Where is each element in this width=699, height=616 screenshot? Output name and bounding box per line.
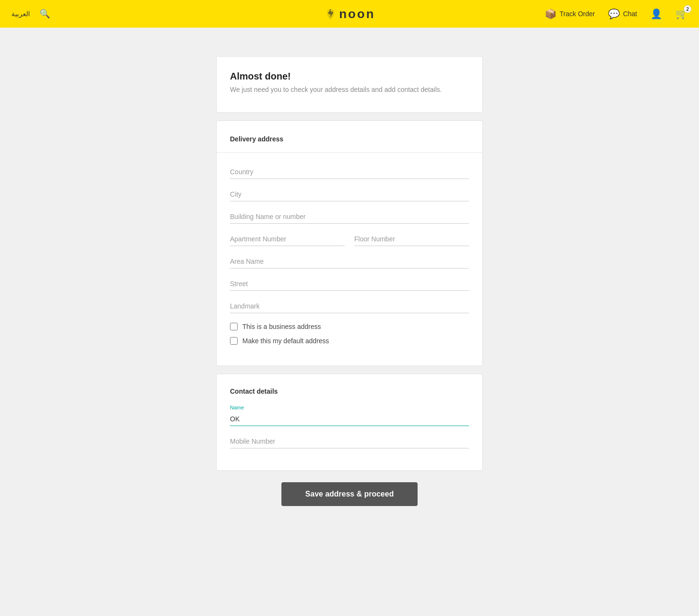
checkbox-group: This is a business address Make this my …: [230, 323, 469, 345]
site-logo[interactable]: noon: [324, 7, 375, 21]
chat-label: Chat: [623, 10, 637, 18]
cart-nav[interactable]: 🛒 2: [676, 8, 688, 20]
header-right: 📦 Track Order 💬 Chat 👤 🛒 2: [545, 8, 688, 20]
mobile-field: [230, 434, 469, 448]
track-order-nav[interactable]: 📦 Track Order: [545, 8, 595, 20]
country-field: [230, 164, 469, 179]
chat-icon: 💬: [608, 8, 620, 20]
floor-input[interactable]: [354, 231, 469, 246]
contact-details-section-title: Contact details: [230, 387, 469, 395]
main-content: Almost done! We just need you to check y…: [207, 28, 492, 573]
page-subtitle: We just need you to check your address d…: [230, 86, 469, 93]
track-order-icon: 📦: [545, 8, 557, 20]
save-address-button[interactable]: Save address & proceed: [281, 482, 418, 506]
cart-badge: 2: [684, 5, 691, 13]
area-input[interactable]: [230, 254, 469, 268]
business-address-checkbox[interactable]: [230, 323, 238, 330]
apartment-input[interactable]: [230, 231, 345, 246]
default-address-checkbox-label[interactable]: Make this my default address: [230, 337, 469, 345]
default-address-checkbox[interactable]: [230, 337, 238, 345]
delivery-address-card: Delivery address: [216, 120, 483, 366]
arabic-language-toggle[interactable]: العربية: [11, 10, 30, 18]
city-field: [230, 187, 469, 201]
street-field: [230, 276, 469, 291]
header-left: العربية 🔍: [11, 9, 50, 19]
business-address-checkbox-label[interactable]: This is a business address: [230, 323, 469, 330]
business-address-label: This is a business address: [242, 323, 321, 330]
track-order-label: Track Order: [559, 10, 595, 18]
building-input[interactable]: [230, 209, 469, 224]
card-divider: [217, 152, 482, 153]
building-field: [230, 209, 469, 224]
submit-wrapper: Save address & proceed: [216, 482, 483, 525]
mobile-input[interactable]: [230, 434, 469, 448]
site-header: العربية 🔍 noon 📦 Track Order 💬 Chat 👤 🛒 …: [0, 0, 699, 28]
country-input[interactable]: [230, 164, 469, 179]
account-nav[interactable]: 👤: [650, 8, 662, 20]
intro-card: Almost done! We just need you to check y…: [216, 56, 483, 113]
name-field-label: Name: [230, 405, 469, 410]
city-input[interactable]: [230, 187, 469, 201]
name-input[interactable]: [230, 411, 469, 426]
street-input[interactable]: [230, 276, 469, 291]
apartment-field: [230, 231, 345, 246]
page-title: Almost done!: [230, 71, 469, 82]
apartment-floor-row: [230, 231, 469, 254]
contact-details-card: Contact details Name: [216, 374, 483, 471]
logo-text: noon: [339, 7, 375, 21]
chat-nav[interactable]: 💬 Chat: [608, 8, 637, 20]
account-icon: 👤: [650, 8, 662, 20]
floor-field: [354, 231, 469, 246]
landmark-field: [230, 298, 469, 313]
landmark-input[interactable]: [230, 298, 469, 313]
area-field: [230, 254, 469, 268]
name-field: Name: [230, 405, 469, 426]
search-icon[interactable]: 🔍: [40, 9, 50, 19]
delivery-address-section-title: Delivery address: [230, 135, 469, 143]
default-address-label: Make this my default address: [242, 337, 329, 345]
